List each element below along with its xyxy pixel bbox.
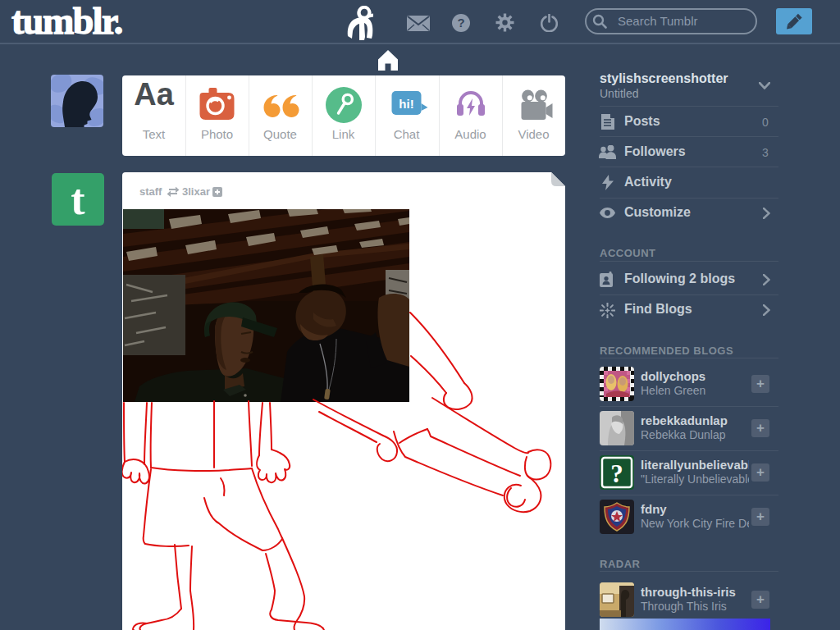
svg-text:?: ? — [457, 16, 464, 30]
svg-text:hi!: hi! — [399, 97, 413, 111]
svg-text:t: t — [71, 176, 85, 223]
svg-text:?: ? — [610, 459, 623, 488]
